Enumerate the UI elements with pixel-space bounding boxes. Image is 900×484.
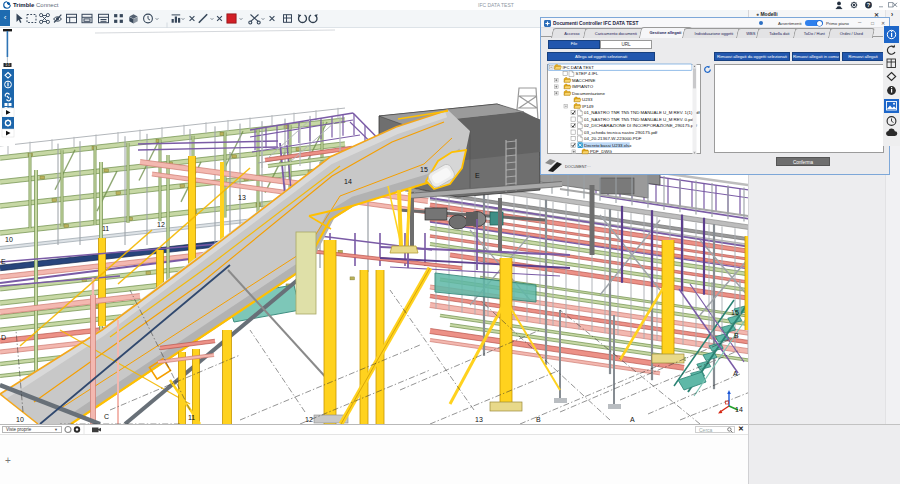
svg-text:03_scheda tecnica nastro 29017: 03_scheda tecnica nastro 290175.pdf bbox=[584, 130, 658, 135]
svg-text:12: 12 bbox=[305, 416, 313, 423]
svg-text:04_20-21367-W-223000.PDF: 04_20-21367-W-223000.PDF bbox=[584, 136, 642, 141]
svg-text:11: 11 bbox=[188, 414, 195, 421]
svg-text:15: 15 bbox=[731, 309, 739, 316]
svg-text:A: A bbox=[630, 416, 635, 423]
svg-text:Documentazione: Documentazione bbox=[572, 91, 606, 96]
svg-text:10: 10 bbox=[5, 236, 13, 243]
svg-text:01_NASTRO TNR TN5 TND MANUALE: 01_NASTRO TNR TN5 TND MANUALE U_M REV. 1… bbox=[584, 110, 701, 115]
svg-text:?: ? bbox=[867, 2, 871, 8]
svg-text:D: D bbox=[1, 334, 6, 341]
svg-text:U233: U233 bbox=[582, 97, 593, 102]
svg-text:IMPIANTO: IMPIANTO bbox=[572, 84, 594, 89]
svg-text:C: C bbox=[104, 413, 109, 420]
svg-text:13: 13 bbox=[238, 194, 246, 201]
svg-text:STEP 4.IFL: STEP 4.IFL bbox=[576, 71, 599, 76]
svg-text:Decreto bassi U233.xlsx: Decreto bassi U233.xlsx bbox=[584, 143, 632, 148]
svg-text:13: 13 bbox=[475, 416, 483, 423]
svg-text:15: 15 bbox=[420, 166, 428, 173]
svg-text:PDF_DWG: PDF_DWG bbox=[590, 149, 613, 154]
svg-text:11: 11 bbox=[102, 225, 109, 232]
svg-text:1:1: 1:1 bbox=[5, 63, 10, 67]
svg-text:IP149: IP149 bbox=[582, 104, 594, 109]
svg-text:A: A bbox=[733, 370, 738, 377]
svg-text:01_NASTRO TNR TN5 TND MANUALE: 01_NASTRO TNR TN5 TND MANUALE U_M REV. 0… bbox=[584, 117, 695, 122]
svg-text:B: B bbox=[536, 416, 541, 423]
svg-text:02_DICHIARAZIONE DI INCORPORAZ: 02_DICHIARAZIONE DI INCORPORAZIONE_29017… bbox=[584, 123, 698, 128]
svg-text:IFC DATA TEST: IFC DATA TEST bbox=[563, 65, 595, 70]
svg-text:B: B bbox=[734, 332, 739, 339]
svg-text:E: E bbox=[1, 258, 6, 265]
svg-text:MACCHINE: MACCHINE bbox=[572, 78, 595, 83]
svg-text:14: 14 bbox=[735, 406, 743, 413]
svg-text:E: E bbox=[475, 172, 480, 179]
svg-text:10: 10 bbox=[16, 416, 24, 423]
svg-text:12: 12 bbox=[157, 221, 165, 228]
svg-text:14: 14 bbox=[344, 178, 352, 185]
